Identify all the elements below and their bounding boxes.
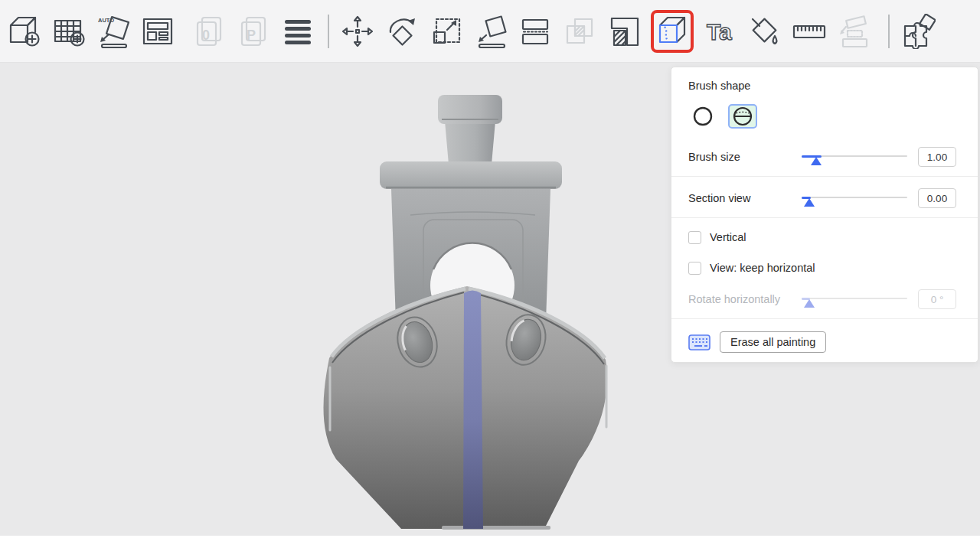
- panel-divider: [671, 318, 978, 319]
- section-view-label: Section view: [688, 192, 802, 204]
- seam-painting-panel: Brush shape Brush size: [671, 67, 978, 363]
- vertical-checkbox[interactable]: [688, 231, 701, 244]
- lay-on-face-icon[interactable]: [473, 14, 508, 49]
- brush-size-input[interactable]: [918, 147, 956, 167]
- seam-paint-stripe: [463, 291, 483, 530]
- rotate-horizontally-slider-thumb: [804, 299, 815, 308]
- doc-p-label: P: [247, 28, 256, 43]
- color-painting-icon[interactable]: [747, 14, 782, 49]
- brush-size-label: Brush size: [688, 151, 802, 163]
- cut-icon[interactable]: [518, 14, 553, 49]
- erase-row: Erase all painting: [688, 331, 956, 354]
- section-view-row: Section view: [688, 188, 956, 208]
- intersect-icon: [562, 14, 597, 49]
- toolbar-separator: [888, 15, 890, 48]
- brush-shape-options: [688, 104, 956, 129]
- measure-icon[interactable]: [792, 14, 827, 49]
- benchy-model: [310, 84, 624, 543]
- vertical-checkbox-row[interactable]: Vertical: [688, 230, 956, 245]
- rotate-horizontally-input: [918, 289, 956, 309]
- toolbar-separator: [328, 15, 329, 48]
- shortcut-keyboard-button[interactable]: [688, 334, 710, 350]
- add-plate-icon[interactable]: [51, 14, 87, 49]
- keyboard-icon: [688, 334, 710, 350]
- rotate-horizontally-row: Rotate horizontally: [688, 289, 956, 309]
- brush-shape-label: Brush shape: [688, 80, 956, 92]
- split-objects-puzzle-icon[interactable]: [900, 14, 936, 49]
- chimney-body: [445, 121, 495, 165]
- brush-size-row: Brush size: [688, 147, 956, 167]
- keep-horizontal-checkbox-row[interactable]: View: keep horizontal: [688, 260, 956, 276]
- rotate-horizontally-label: Rotate horizontally: [688, 293, 802, 305]
- rotate-icon[interactable]: [384, 14, 420, 49]
- section-view-slider[interactable]: [802, 191, 907, 205]
- active-tool-highlight: [651, 10, 694, 53]
- section-view-slider-thumb[interactable]: [804, 198, 815, 207]
- object-list-icon[interactable]: [280, 14, 315, 49]
- doc-p-icon: P: [236, 14, 271, 49]
- panel-divider: [671, 217, 978, 218]
- brush-size-slider-thumb[interactable]: [811, 157, 822, 165]
- seam-painting-icon[interactable]: [655, 14, 690, 49]
- brush-shape-circle-button[interactable]: [688, 104, 717, 129]
- cabin-roof: [380, 161, 562, 189]
- auto-orient-icon[interactable]: AUTO: [96, 14, 131, 49]
- scale-icon[interactable]: [429, 14, 464, 49]
- move-icon[interactable]: [340, 14, 375, 49]
- add-object-icon[interactable]: [7, 14, 42, 49]
- main-toolbar: AUTO 0: [0, 0, 980, 63]
- keep-horizontal-checkbox[interactable]: [688, 262, 701, 275]
- doc-zero-label: 0: [202, 28, 210, 43]
- sphere-brush-icon: [733, 106, 753, 126]
- rotate-horizontally-slider: [802, 292, 907, 306]
- assembly-icon: [836, 14, 871, 49]
- doc-zero-icon: 0: [191, 14, 227, 49]
- panel-divider: [671, 176, 978, 177]
- keep-horizontal-label: View: keep horizontal: [710, 262, 815, 274]
- subtract-icon[interactable]: [606, 14, 642, 49]
- text-tool-label: Ta: [707, 19, 732, 44]
- circle-brush-icon: [693, 106, 713, 126]
- arrange-icon[interactable]: [140, 14, 175, 49]
- section-view-input[interactable]: [918, 188, 956, 208]
- app-window: AUTO 0: [0, 0, 980, 551]
- brush-shape-sphere-button[interactable]: [728, 104, 757, 129]
- vertical-label: Vertical: [710, 231, 746, 243]
- brush-size-slider[interactable]: [802, 150, 907, 164]
- text-tool-icon[interactable]: Ta: [703, 14, 738, 49]
- erase-all-painting-button[interactable]: Erase all painting: [720, 331, 826, 353]
